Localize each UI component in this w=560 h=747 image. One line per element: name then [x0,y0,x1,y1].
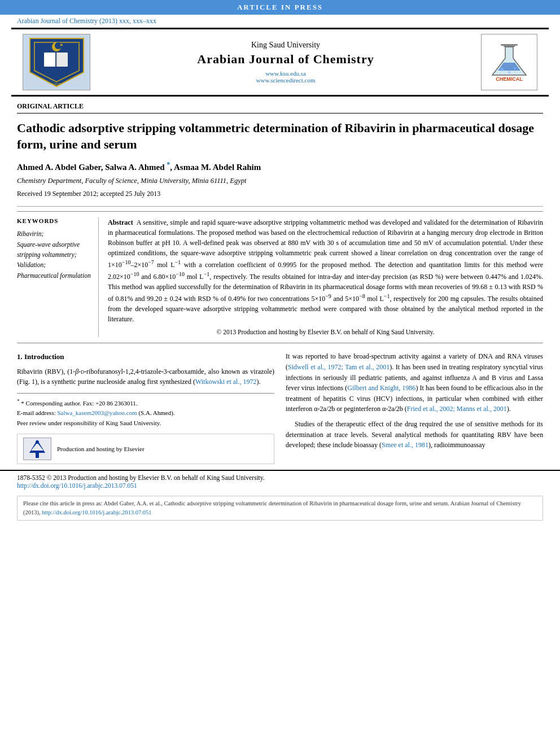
article-in-press-banner: ARTICLE IN PRESS [0,0,560,15]
doi-link[interactable]: http://dx.doi.org/10.1016/j.arabjc.2013.… [17,482,137,489]
svg-text:1957: 1957 [53,82,61,86]
elsevier-text: Production and hosting by Elsevier [57,444,145,454]
abstract-label: Abstract [108,219,133,226]
journal-url1: www.ksu.edu.sa www.sciencedirect.com [102,70,470,84]
footnotes: * * Corresponding author. Fax: +20 86 23… [17,393,274,428]
email-link[interactable]: Salwa_kasem2003@yahoo.com [57,409,137,416]
keyword-3: Validation; [17,260,93,270]
svg-point-13 [508,71,511,73]
citation-box: Please cite this article in press as: Ab… [17,496,543,521]
svg-rect-9 [501,44,518,46]
keyword-2: Square-wave adsorptive stripping voltamm… [17,239,93,260]
keywords-abstract-section: KEYWORDS Ribavirin; Square-wave adsorpti… [17,211,543,343]
keywords-header: KEYWORDS [17,217,93,224]
bottom-bar: 1878-5352 © 2013 Production and hosting … [0,470,560,492]
keyword-4: Pharmaceutical formulation [17,270,93,281]
abstract-text: A sensitive, simple and rapid square-wav… [108,219,543,323]
svg-rect-16 [36,452,39,458]
citation-line: Arabian Journal of Chemistry (2013) xxx,… [0,15,560,28]
authors: Ahmed A. Abdel Gaber, Salwa A. Ahmed *, … [17,160,543,172]
article-title: Cathodic adsorptive stripping voltammetr… [17,120,543,152]
article-type-label: ORIGINAL ARTICLE [17,102,543,113]
intro-header: 1. Introduction [17,351,274,362]
svg-rect-2 [44,53,55,67]
intro-p1: Ribavirin (RBV), (1-β-d-ribofuranosyl-1,… [17,366,274,387]
journal-header: 1957 King Saud University Arabian Journa… [11,28,549,97]
elsevier-box: Production and hosting by Elsevier [17,434,274,464]
journal-center-info: King Saud University Arabian Journal of … [90,41,481,84]
peer-review-note: Peer review under responsibility of King… [17,418,274,429]
university-name: King Saud University [102,41,470,50]
svg-rect-3 [56,53,68,67]
elsevier-logo [23,438,51,460]
divider-1 [17,206,543,207]
affiliation: Chemistry Department, Faculty of Science… [17,177,543,185]
intro-p2: It was reported to have broad-spectrum a… [286,351,543,414]
svg-point-12 [514,67,516,69]
abstract-column: AbstractA sensitive, simple and rapid sq… [108,217,543,337]
issn-line: 1878-5352 © 2013 Production and hosting … [17,474,543,481]
citation-doi-link[interactable]: http://dx.doi.org/10.1016/j.arabjc.2013.… [42,509,151,516]
banner-text: ARTICLE IN PRESS [237,3,323,11]
chemical-logo: CHEMICAL [481,34,537,90]
email-line: E-mail address: Salwa_kasem2003@yahoo.co… [17,408,274,418]
doi-line: http://dx.doi.org/10.1016/j.arabjc.2013.… [17,482,543,489]
abstract-copyright: © 2013 Production and hosting by Elsevie… [108,327,543,337]
main-content: ORIGINAL ARTICLE Cathodic adsorptive str… [0,97,560,470]
corresponding-author: * * Corresponding author. Fax: +20 86 23… [17,397,274,408]
keyword-1: Ribavirin; [17,229,93,239]
ksu-logo: 1957 [23,34,90,90]
svg-text:CHEMICAL: CHEMICAL [496,76,523,82]
article-body: 1. Introduction Ribavirin (RBV), (1-β-d-… [17,351,543,464]
author-names: Ahmed A. Abdel Gaber, Salwa A. Ahmed *, … [17,163,261,172]
svg-point-19 [36,440,39,444]
citation-link[interactable]: Arabian Journal of Chemistry (2013) xxx,… [17,17,156,25]
intro-p3: Studies of the therapeutic effect of the… [286,419,543,451]
chemical-logo-img: CHEMICAL [482,34,537,90]
body-col-left: 1. Introduction Ribavirin (RBV), (1-β-d-… [17,351,274,464]
journal-title: Arabian Journal of Chemistry [102,52,470,67]
svg-point-11 [500,68,504,71]
keywords-column: KEYWORDS Ribavirin; Square-wave adsorpti… [17,217,99,337]
submission-dates: Received 19 September 2012; accepted 25 … [17,190,543,198]
body-col-right: It was reported to have broad-spectrum a… [286,351,543,464]
